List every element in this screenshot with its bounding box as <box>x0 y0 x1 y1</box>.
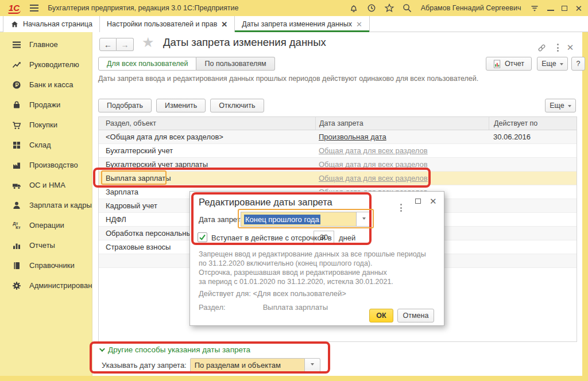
window-title: Бухгалтерия предприятия, редакция 3.0 1С… <box>48 4 238 12</box>
column-header[interactable]: Раздел, объект <box>99 117 315 130</box>
date-restriction-label: Дата запрета: <box>199 215 246 224</box>
operations-dtkt-icon: ДтКт <box>11 220 22 231</box>
table-header: Раздел, объект Дата запрета Действует по <box>99 117 577 130</box>
tab-users-settings[interactable]: Настройки пользователей и прав ✕ <box>100 16 235 32</box>
sidebar-item-os-i-nma[interactable]: ОС и НМА <box>0 175 92 195</box>
service-menu-icon[interactable] <box>529 3 540 13</box>
page-favorite-star-icon[interactable]: ★ <box>142 34 154 50</box>
get-link-icon[interactable] <box>536 42 547 53</box>
sidebar-item-prodazhi[interactable]: Продажи <box>0 95 92 115</box>
minimize-icon[interactable] <box>547 5 554 11</box>
sidebar-item-rukovoditelyu[interactable]: Руководителю <box>0 55 92 75</box>
dropdown-arrow-icon <box>311 363 314 367</box>
tab-home[interactable]: Начальная страница <box>3 16 100 32</box>
forward-button[interactable]: → <box>117 38 134 51</box>
tab-close-icon[interactable]: ✕ <box>356 20 362 29</box>
edit-button[interactable]: Изменить <box>156 99 206 112</box>
search-icon[interactable] <box>402 3 412 13</box>
purchases-cart-icon <box>11 120 22 130</box>
sidebar-item-pokupki[interactable]: Покупки <box>0 115 92 135</box>
table-toolbar: Подобрать Изменить Отключить <box>98 99 264 112</box>
delay-checkbox[interactable] <box>198 232 207 242</box>
back-button[interactable]: ← <box>99 38 117 51</box>
dropdown-arrow-icon <box>568 105 571 109</box>
sales-bag-icon <box>11 100 22 110</box>
header-more-button[interactable]: Еще <box>537 57 568 71</box>
table-row[interactable]: <Общая дата для всех разделов> Произволь… <box>99 130 577 144</box>
dialog-close-icon[interactable]: ✕ <box>430 197 437 205</box>
tab-close-icon[interactable]: ✕ <box>221 20 227 29</box>
days-suffix-label: дней <box>339 234 355 242</box>
other-ways-section-header[interactable]: Другие способы указания даты запрета <box>99 345 250 354</box>
main-menu-icon[interactable] <box>30 5 38 11</box>
titlebar: 1С Бухгалтерия предприятия, редакция 3.0… <box>0 0 588 16</box>
section-label: Раздел: <box>199 303 261 312</box>
table-row[interactable]: Бухгалтерский учет зарплаты Общая дата д… <box>99 158 577 172</box>
edit-restriction-date-dialog: Редактирование даты запрета ✕ Дата запре… <box>189 191 444 326</box>
catalogs-book-icon <box>11 261 22 271</box>
toolbar-more-button[interactable]: Еще <box>545 99 576 112</box>
segment-by-users[interactable]: По пользователям <box>196 57 274 71</box>
close-icon[interactable]: ✕ <box>575 4 582 13</box>
page-description: Даты запрета ввода и редактирования данн… <box>98 75 478 83</box>
delay-days-input[interactable]: 30 <box>314 231 334 244</box>
ok-button[interactable]: ОК <box>369 309 393 322</box>
1c-logo: 1С <box>8 3 21 14</box>
dropdown-arrow-icon <box>362 217 366 221</box>
dialog-maximize-icon[interactable] <box>415 199 421 204</box>
app-window: 1С Бухгалтерия предприятия, редакция 3.0… <box>0 0 588 381</box>
tab-restriction-dates[interactable]: Даты запрета изменения данных ✕ <box>235 16 370 32</box>
sidebar-item-bank-i-kassa[interactable]: Банк и касса <box>0 75 92 95</box>
report-button[interactable]: Отчет <box>486 57 532 71</box>
sidebar-item-glavnoe[interactable]: Главное <box>0 34 92 55</box>
pick-button[interactable]: Подобрать <box>98 99 152 112</box>
restriction-info-text: Запрещен ввод и редактирование данных за… <box>199 250 426 286</box>
tab-label: Настройки пользователей и прав <box>107 20 217 28</box>
bank-ruble-icon <box>11 80 22 90</box>
sidebar-item-operatsii[interactable]: ДтКт Операции <box>0 215 92 235</box>
more-menu-icon[interactable] <box>552 42 563 53</box>
sidebar-item-administrirovanie[interactable]: Администрирование <box>0 275 92 296</box>
date-link[interactable]: Общая дата для всех разделов <box>319 146 428 155</box>
help-button[interactable]: ? <box>571 57 585 71</box>
specify-date-select[interactable]: По разделам и объектам <box>190 358 305 372</box>
sidebar-item-proizvodstvo[interactable]: Производство <box>0 155 92 175</box>
tab-label: Даты запрета изменения данных <box>242 20 352 28</box>
sidebar-item-zarplata-i-kadry[interactable]: Зарплата и кадры <box>0 195 92 215</box>
nav-buttons: ← → <box>99 38 134 51</box>
reports-chart-icon <box>11 240 22 251</box>
section-row: Раздел: Выплата зарплаты <box>199 303 328 312</box>
notifications-bell-icon[interactable] <box>349 3 359 13</box>
selected-text: Конец прошлого года <box>244 215 320 224</box>
disable-button[interactable]: Отключить <box>210 99 264 112</box>
segment-for-all-users[interactable]: Для всех пользователей <box>98 57 196 71</box>
home-icon <box>10 20 19 29</box>
close-page-icon[interactable]: ✕ <box>565 42 575 53</box>
date-link[interactable]: Общая дата для всех разделов <box>319 174 428 182</box>
specify-date-label: Указывать дату запрета: <box>102 361 187 370</box>
date-link[interactable]: Общая дата для всех разделов <box>319 160 428 169</box>
sidebar-item-sklad[interactable]: Склад <box>0 135 92 155</box>
maximize-icon[interactable] <box>562 6 567 11</box>
dropdown-button[interactable] <box>357 212 372 227</box>
acts-for-row: Действует для: <Для всех пользователей> <box>199 289 346 298</box>
table-row-selected[interactable]: Выплата зарплаты Общая дата для всех раз… <box>99 172 577 185</box>
chevron-down-icon <box>99 346 105 352</box>
column-header[interactable]: Действует по <box>489 117 577 130</box>
salary-person-icon <box>11 200 22 211</box>
history-icon[interactable] <box>366 3 377 13</box>
favorites-star-icon[interactable] <box>384 3 394 13</box>
date-link[interactable]: Произвольная дата <box>319 133 386 141</box>
sidebar-item-otchety[interactable]: Отчеты <box>0 235 92 255</box>
dialog-more-icon[interactable] <box>400 199 402 212</box>
specify-date-row: Указывать дату запрета: По разделам и об… <box>102 358 320 372</box>
tabbar: Начальная страница Настройки пользовател… <box>0 16 588 32</box>
sidebar-item-spravochniki[interactable]: Справочники <box>0 255 92 275</box>
dropdown-button[interactable] <box>305 358 320 372</box>
cancel-button[interactable]: Отмена <box>397 309 434 322</box>
column-header[interactable]: Дата запрета <box>315 117 489 130</box>
table-row[interactable]: Бухгалтерский учет Общая дата для всех р… <box>99 144 577 158</box>
date-restriction-select[interactable]: Конец прошлого года <box>241 212 357 227</box>
page-title: Даты запрета изменения данных <box>163 36 326 49</box>
current-user[interactable]: Абрамов Геннадий Сергеевич <box>421 4 521 12</box>
